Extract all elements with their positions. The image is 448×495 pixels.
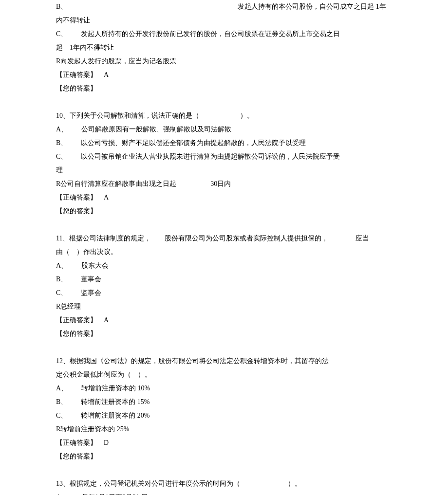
question-11: 11、根据公司法律制度的规定， 股份有限公司为公司股东或者实际控制人提供担保的，… — [56, 232, 392, 245]
spacer — [56, 341, 392, 354]
text-line: C、 发起人所持有的公开发行股份前已发行的股份，自公司股票在证券交易所上市交易之… — [56, 27, 392, 41]
your-answer: 【您的答案】 — [56, 327, 392, 341]
text-line: 理 — [56, 164, 392, 177]
option-a: A、 股东大会 — [56, 259, 392, 273]
question-10: 10、下列关于公司解散和清算，说法正确的是（ ）。 — [56, 109, 392, 123]
spacer — [56, 463, 392, 477]
your-answer: 【您的答案】 — [56, 450, 392, 463]
text-line: B、 发起人持有的本公司股份，自公司成立之日起 1年内不得转让 — [56, 0, 392, 27]
option-b: B、 转增前注册资本的 15% — [56, 395, 392, 409]
text-line: 定公积金最低比例应为（ ）。 — [56, 368, 392, 382]
option-c: C、 监事会 — [56, 286, 392, 300]
option-c: C、 转增前注册资本的 20% — [56, 409, 392, 422]
document-body: B、 发起人持有的本公司股份，自公司成立之日起 1年内不得转让 C、 发起人所持… — [56, 0, 392, 495]
correct-answer: 【正确答案】 A — [56, 313, 392, 327]
option-a: A、 转增前注册资本的 10% — [56, 382, 392, 395]
option-a: A、 公司解散原因有一般解散、强制解散以及司法解散 — [56, 123, 392, 136]
option-r: R总经理 — [56, 300, 392, 313]
your-answer: 【您的答案】 — [56, 204, 392, 218]
spacer — [56, 95, 392, 109]
question-13: 13、根据规定，公司登记机关对公司进行年度公示的时间为（ ）。 — [56, 477, 392, 491]
option-a: A、 每年1月1日至3月31 日 — [56, 491, 392, 495]
option-r: R公司自行清算应在解散事由出现之日起 30日内 — [56, 177, 392, 191]
option-b: B、 董事会 — [56, 273, 392, 286]
correct-answer: 【正确答案】 A — [56, 68, 392, 82]
correct-answer: 【正确答案】 D — [56, 436, 392, 450]
your-answer: 【您的答案】 — [56, 82, 392, 95]
option-c: C、 以公司被吊销企业法人营业执照未进行清算为由提起解散公司诉讼的，人民法院应予… — [56, 150, 392, 164]
question-12: 12、根据我国《公司法》的规定，股份有限公司将公司法定公积金转增资本时，其留存的… — [56, 354, 392, 368]
text-line: 起 1年内不得转让 — [56, 41, 392, 55]
option-r: R转增前注册资本的 25% — [56, 422, 392, 436]
correct-answer: 【正确答案】 A — [56, 191, 392, 204]
text-line: R向发起人发行的股票，应当为记名股票 — [56, 55, 392, 68]
spacer — [56, 218, 392, 232]
option-b: B、 以公司亏损、财产不足以偿还全部债务为由提起解散的，人民法院予以受理 — [56, 136, 392, 150]
text-line: 由（ ）作出决议。 — [56, 245, 392, 259]
